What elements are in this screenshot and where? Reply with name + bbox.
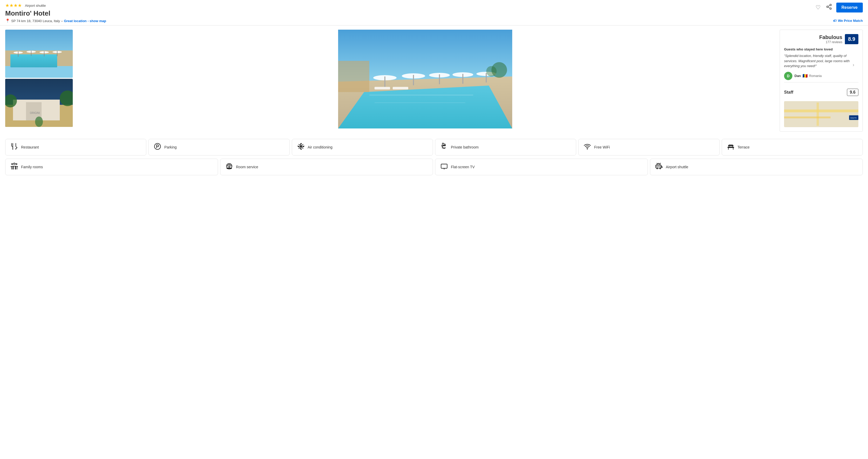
svg-rect-33 (413, 75, 414, 85)
show-map-link[interactable]: Great location - show map (64, 19, 106, 23)
share-button[interactable] (825, 3, 833, 12)
wifi-icon (584, 143, 591, 152)
amenity-airport-shuttle: Airport shuttle (650, 159, 863, 175)
reserve-button[interactable]: Reserve (836, 3, 863, 12)
reviewer-info: D Dan 🇷🇴 Romania (784, 72, 858, 80)
svg-rect-39 (486, 73, 487, 82)
room-service-label: Room service (236, 165, 258, 169)
amenity-free-wifi: Free WiFi (578, 139, 719, 155)
snowflake-icon (297, 143, 305, 152)
heart-icon: ♡ (815, 4, 821, 11)
reviewer-country: Romania (809, 74, 822, 78)
free-wifi-label: Free WiFi (594, 145, 610, 149)
svg-rect-44 (784, 103, 858, 125)
amenities-row-2: Family rooms Room service Flat-screen TV (0, 159, 868, 179)
svg-rect-45 (784, 110, 858, 112)
hotel-header: ★★★★ Airport shuttle Montiro' Hotel 📍 SP… (0, 0, 868, 26)
staff-row: Staff 9.6 (784, 86, 858, 99)
review-chevron-icon[interactable]: › (852, 62, 854, 67)
rating-count: 177 reviews (819, 40, 842, 44)
amenity-flat-screen-tv: Flat-screen TV (435, 159, 648, 175)
svg-rect-35 (439, 75, 440, 84)
svg-rect-47 (784, 116, 831, 118)
staff-label: Staff (784, 90, 794, 95)
svg-rect-63 (728, 147, 734, 147)
location-pin-icon: 📍 (5, 19, 10, 23)
airport-shuttle-label: Airport shuttle (666, 165, 688, 169)
svg-rect-31 (384, 77, 385, 87)
exterior-photo: ORIGINI (5, 79, 73, 127)
header-actions: ♡ Reserve (814, 3, 863, 12)
svg-point-0 (830, 4, 831, 6)
amenity-terrace: Terrace (722, 139, 863, 155)
svg-point-50 (155, 143, 161, 149)
amenity-room-service: Room service (220, 159, 433, 175)
shuttle-icon (655, 163, 663, 171)
svg-point-73 (13, 163, 15, 164)
svg-rect-28 (374, 103, 465, 103)
rating-score: 8.9 (845, 34, 858, 44)
left-photo-column: ORIGINI (5, 30, 73, 128)
rating-box: Fabulous 177 reviews 8.9 Guests who stay… (780, 30, 863, 132)
amenities-row-1: Restaurant Parking Air conditioning (0, 136, 868, 159)
hotel-photo-2[interactable]: ORIGINI (5, 79, 73, 127)
photo-gallery: ORIGINI (5, 30, 775, 128)
reviewer-flag: 🇷🇴 (803, 73, 808, 78)
svg-rect-14 (44, 51, 44, 56)
parking-icon (154, 143, 161, 152)
price-match-label: 🏷 We Price Match (833, 19, 863, 23)
svg-point-83 (659, 168, 661, 169)
hotel-photo-1[interactable] (5, 30, 73, 78)
hotel-sidebar: Fabulous 177 reviews 8.9 Guests who stay… (780, 30, 863, 132)
hotel-photo-main[interactable] (75, 30, 775, 128)
airport-badge: Airport shuttle (25, 4, 46, 7)
svg-point-72 (12, 163, 13, 165)
hotel-name: Montiro' Hotel (5, 9, 863, 18)
rating-header: Fabulous 177 reviews 8.9 (784, 34, 858, 44)
amenity-family-rooms: Family rooms (5, 159, 218, 175)
private-bathroom-label: Private bathroom (451, 145, 479, 149)
svg-text:ORIGINI: ORIGINI (30, 112, 40, 114)
flat-screen-tv-label: Flat-screen TV (451, 165, 475, 169)
reviewer-avatar: D (784, 72, 793, 80)
family-icon (11, 163, 18, 171)
svg-rect-15 (57, 51, 57, 56)
svg-point-82 (657, 168, 658, 169)
review-text: "Splendid location, friendly staff, qual… (784, 53, 858, 69)
reviewer-name: Dan (795, 74, 801, 78)
shower-icon (440, 143, 448, 152)
terrace-icon (727, 143, 735, 152)
svg-point-62 (587, 148, 588, 149)
svg-rect-12 (18, 52, 19, 57)
address: 📍 SP 74 km 18, 73040 Leuca, Italy – Grea… (5, 19, 863, 23)
map-preview[interactable]: SS274 (784, 101, 858, 127)
rating-label: Fabulous (819, 34, 842, 40)
svg-point-43 (486, 66, 497, 77)
staff-score: 9.6 (847, 89, 858, 96)
amenity-private-bathroom: Private bathroom (435, 139, 576, 155)
wishlist-button[interactable]: ♡ (814, 3, 822, 12)
star-rating: ★★★★ (5, 3, 22, 8)
svg-rect-46 (816, 103, 819, 125)
parking-label: Parking (164, 145, 177, 149)
svg-point-61 (443, 145, 443, 146)
fork-knife-icon (11, 143, 18, 152)
svg-rect-78 (441, 164, 447, 168)
restaurant-label: Restaurant (21, 145, 39, 149)
svg-point-60 (445, 145, 445, 146)
svg-line-4 (828, 5, 830, 6)
svg-rect-29 (338, 61, 369, 92)
svg-rect-27 (369, 95, 473, 95)
review-container: Guests who stayed here loved "Splendid l… (784, 47, 858, 82)
svg-point-1 (827, 6, 828, 7)
svg-point-59 (444, 145, 444, 145)
svg-rect-41 (393, 87, 408, 89)
address-text: SP 74 km 18, 73040 Leuca, Italy (11, 19, 60, 23)
amenity-restaurant: Restaurant (5, 139, 146, 155)
svg-point-74 (16, 163, 17, 165)
svg-line-86 (660, 163, 661, 164)
svg-line-3 (828, 7, 830, 8)
room-service-icon (225, 163, 233, 171)
svg-rect-37 (462, 74, 463, 84)
amenity-air-conditioning: Air conditioning (292, 139, 433, 155)
